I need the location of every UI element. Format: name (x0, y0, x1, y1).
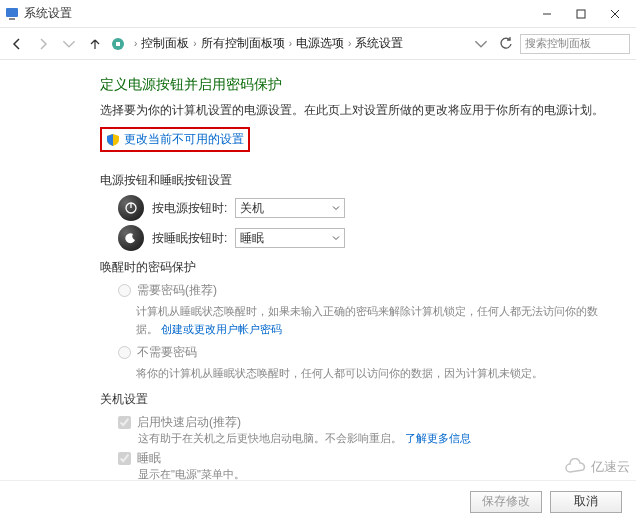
breadcrumb-item[interactable]: 所有控制面板项 (201, 35, 285, 52)
chevron-right-icon: › (134, 38, 137, 49)
app-icon (4, 6, 20, 22)
section-shutdown-title: 关机设置 (100, 391, 616, 408)
power-button-label: 按电源按钮时: (152, 200, 227, 217)
radio-no-password[interactable]: 不需要密码 (118, 344, 616, 361)
moon-icon (118, 225, 144, 251)
close-button[interactable] (598, 3, 632, 25)
radio-input (118, 284, 131, 297)
window-title: 系统设置 (24, 5, 530, 22)
radio-label: 需要密码(推荐) (137, 282, 217, 299)
change-unavailable-settings-link[interactable]: 更改当前不可用的设置 (100, 127, 250, 152)
section-power-buttons-title: 电源按钮和睡眠按钮设置 (100, 172, 616, 189)
save-button[interactable]: 保存修改 (470, 491, 542, 513)
sleep-button-dropdown[interactable]: 睡眠 (235, 228, 345, 248)
forward-button[interactable] (32, 33, 54, 55)
create-change-password-link[interactable]: 创建或更改用户帐户密码 (161, 323, 282, 335)
power-button-value: 关机 (240, 200, 264, 217)
radio-label: 不需要密码 (137, 344, 197, 361)
history-dropdown[interactable] (58, 33, 80, 55)
sleep-button-value: 睡眠 (240, 230, 264, 247)
control-panel-icon (110, 36, 126, 52)
chevron-right-icon: › (193, 38, 196, 49)
footer: 保存修改 取消 (0, 480, 636, 522)
checkbox-sleep[interactable]: 睡眠 (118, 450, 616, 467)
minimize-button[interactable] (530, 3, 564, 25)
power-button-row: 按电源按钮时: 关机 (118, 195, 616, 221)
checkbox-label: 睡眠 (137, 450, 161, 467)
cloud-icon (563, 458, 589, 476)
watermark-text: 亿速云 (591, 458, 630, 476)
navbar: › 控制面板 › 所有控制面板项 › 电源选项 › 系统设置 搜索控制面板 (0, 28, 636, 60)
checkbox-input (118, 416, 131, 429)
shield-icon (106, 133, 120, 147)
radio2-description: 将你的计算机从睡眠状态唤醒时，任何人都可以访问你的数据，因为计算机未锁定。 (136, 365, 616, 383)
change-settings-text: 更改当前不可用的设置 (124, 131, 244, 148)
fast-startup-description: 这有助于在关机之后更快地启动电脑。不会影响重启。 了解更多信息 (138, 431, 616, 446)
breadcrumb-item[interactable]: 系统设置 (355, 35, 403, 52)
page-heading: 定义电源按钮并启用密码保护 (100, 76, 616, 94)
chevron-right-icon: › (348, 38, 351, 49)
breadcrumb-dropdown[interactable] (470, 33, 492, 55)
chevron-down-icon (332, 204, 340, 212)
content-area: 定义电源按钮并启用密码保护 选择要为你的计算机设置的电源设置。在此页上对设置所做… (0, 60, 636, 480)
svg-rect-1 (9, 18, 15, 20)
page-description: 选择要为你的计算机设置的电源设置。在此页上对设置所做的更改将应用于你所有的电源计… (100, 102, 616, 119)
radio1-description: 计算机从睡眠状态唤醒时，如果未输入正确的密码来解除计算机锁定，任何人都无法访问你… (136, 303, 616, 338)
svg-rect-3 (577, 10, 585, 18)
power-button-dropdown[interactable]: 关机 (235, 198, 345, 218)
cancel-button[interactable]: 取消 (550, 491, 622, 513)
sleep-button-label: 按睡眠按钮时: (152, 230, 227, 247)
checkbox-input (118, 452, 131, 465)
breadcrumb[interactable]: › 控制面板 › 所有控制面板项 › 电源选项 › 系统设置 (130, 35, 466, 52)
breadcrumb-item[interactable]: 电源选项 (296, 35, 344, 52)
svg-rect-0 (6, 8, 18, 17)
watermark: 亿速云 (563, 458, 630, 476)
back-button[interactable] (6, 33, 28, 55)
power-icon (118, 195, 144, 221)
breadcrumb-item[interactable]: 控制面板 (141, 35, 189, 52)
up-button[interactable] (84, 33, 106, 55)
radio-require-password[interactable]: 需要密码(推荐) (118, 282, 616, 299)
svg-rect-7 (116, 42, 120, 46)
radio-input (118, 346, 131, 359)
refresh-button[interactable] (496, 37, 516, 51)
checkbox-label: 启用快速启动(推荐) (137, 414, 241, 431)
titlebar: 系统设置 (0, 0, 636, 28)
chevron-down-icon (332, 234, 340, 242)
search-placeholder: 搜索控制面板 (525, 36, 591, 51)
chevron-right-icon: › (289, 38, 292, 49)
sleep-button-row: 按睡眠按钮时: 睡眠 (118, 225, 616, 251)
sleep-description: 显示在"电源"菜单中。 (138, 467, 616, 480)
section-wake-title: 唤醒时的密码保护 (100, 259, 616, 276)
search-input[interactable]: 搜索控制面板 (520, 34, 630, 54)
learn-more-link[interactable]: 了解更多信息 (405, 432, 471, 444)
maximize-button[interactable] (564, 3, 598, 25)
checkbox-fast-startup[interactable]: 启用快速启动(推荐) (118, 414, 616, 431)
